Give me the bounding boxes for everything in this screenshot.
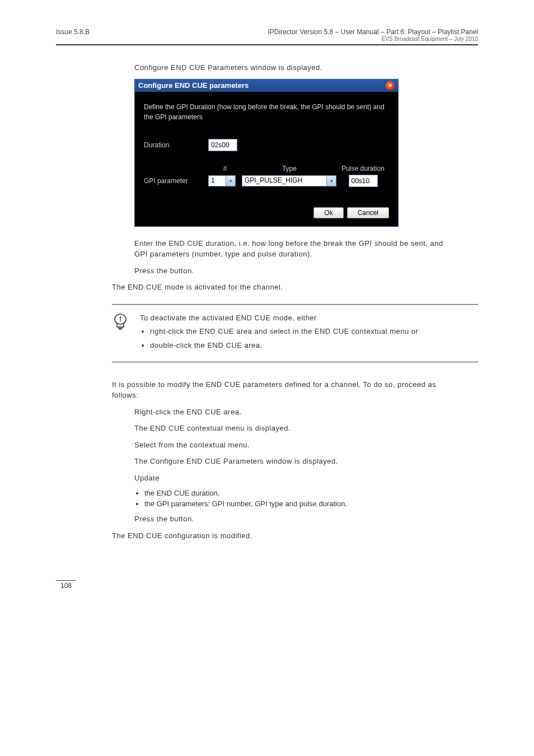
step-3-bullet-2: the GPI parameters: GPI number, GPI type… [144, 500, 456, 508]
pulse-duration-input[interactable] [349, 175, 378, 187]
press-ok-instruction: Press the button. [134, 265, 456, 277]
step-4: Press the button. [134, 514, 456, 525]
col-header-pulse: Pulse duration [337, 165, 389, 172]
note-b1-suffix: in the END CUE contextual menu or [293, 327, 419, 335]
duration-input[interactable] [208, 139, 237, 151]
col-header-type: Type [242, 165, 337, 172]
note-block: ! To deactivate the activated END CUE mo… [112, 304, 478, 362]
close-icon[interactable]: ✕ [386, 81, 395, 90]
doc-title: IPDirector Version 5.8 – User Manual – P… [268, 28, 478, 36]
dialog-description: Define the GPI Duration (how long before… [144, 102, 389, 122]
step-4-suffix: button. [170, 515, 194, 523]
ok-button[interactable]: Ok [313, 207, 343, 218]
note-intro: To deactivate the activated END CUE mode… [140, 312, 456, 324]
modify-intro: It is possible to modify the END CUE par… [112, 379, 456, 401]
note-bullet-1: right-click the END CUE area and select … [150, 326, 456, 338]
issue-label: Issue 5.8.B [56, 28, 90, 36]
col-header-number: # [208, 165, 242, 172]
gpi-column-headers: # Type Pulse duration [208, 165, 389, 172]
page-header: Issue 5.8.B IPDirector Version 5.8 – Use… [56, 28, 478, 45]
svg-text:!: ! [119, 315, 121, 323]
dialog-titlebar: Configure END CUE parameters ✕ [135, 80, 398, 92]
duration-label: Duration [144, 141, 208, 149]
note-icon: ! [112, 312, 129, 354]
step-2: Select from the contextual menu. [134, 440, 456, 451]
chevron-down-icon[interactable]: ▾ [326, 175, 336, 186]
step-2-result: The Configure END CUE Parameters window … [134, 456, 456, 467]
intro-text: Configure END CUE Parameters window is d… [134, 62, 456, 73]
activation-result: The END CUE mode is activated for the ch… [112, 282, 456, 293]
chevron-down-icon[interactable]: ▾ [226, 175, 236, 186]
press-suffix: button. [170, 267, 194, 275]
step-3-bullet-1: the END CUE duration, [144, 489, 456, 497]
gpi-parameter-label: GPI parameter [144, 177, 208, 185]
modification-result: The END CUE configuration is modified. [112, 530, 456, 542]
enter-instruction: Enter the END CUE duration, i.e. how lon… [134, 238, 456, 260]
doc-subtitle: EVS Broadcast Equipment – July 2010 [268, 36, 478, 42]
configure-end-cue-dialog: Configure END CUE parameters ✕ Define th… [134, 79, 399, 227]
gpi-number-select[interactable]: 1 ▾ [208, 175, 236, 186]
cancel-button[interactable]: Cancel [347, 207, 389, 218]
step-2-suffix: from the contextual menu. [158, 441, 250, 449]
note-b1-prefix: right-click the END CUE area and select [150, 327, 293, 335]
page-number: 108 [56, 580, 76, 591]
gpi-type-select[interactable]: GPI_PULSE_HIGH ▾ [242, 175, 336, 186]
step-4-prefix: Press the [134, 515, 170, 523]
header-right: IPDirector Version 5.8 – User Manual – P… [268, 28, 478, 42]
step-1: Right-click the END CUE area. [134, 407, 456, 418]
dialog-title: Configure END CUE parameters [138, 81, 249, 90]
step-2-prefix: Select [134, 441, 158, 449]
gpi-type-value: GPI_PULSE_HIGH [242, 175, 326, 186]
step-3: Update [134, 473, 456, 484]
note-bullet-2: double-click the END CUE area. [150, 340, 456, 352]
press-prefix: Press the [134, 267, 170, 275]
step-1-result: The END CUE contextual menu is displayed… [134, 423, 456, 434]
gpi-number-value: 1 [208, 175, 226, 186]
